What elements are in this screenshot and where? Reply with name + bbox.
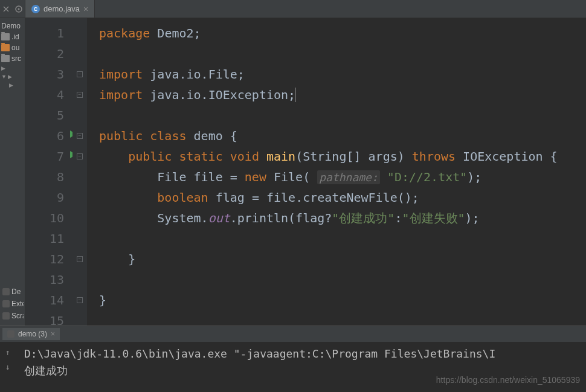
code-line[interactable]: import java.io.File; <box>99 64 586 85</box>
fold-mark: − <box>72 146 87 167</box>
java-file-icon: C <box>31 5 40 13</box>
fold-mark <box>72 228 87 249</box>
console-tab[interactable]: demo (3) × <box>2 328 60 340</box>
project-tree[interactable]: Demo .idousrc ▶ ▼▶ ▶ <box>0 18 25 92</box>
watermark: https://blog.csdn.net/weixin_51065939 <box>436 371 580 388</box>
console-tab-bar: demo (3) × <box>0 326 586 342</box>
code-line[interactable]: public class demo { <box>99 126 586 146</box>
line-number: 12 <box>25 249 64 269</box>
close-tab-icon[interactable]: × <box>83 4 88 14</box>
run-config-icon <box>7 330 14 338</box>
scroll-down-icon[interactable]: ↓ <box>2 359 13 370</box>
code-content[interactable]: package Demo2;import java.io.File;import… <box>87 18 586 326</box>
panel-icon <box>2 288 10 295</box>
fold-toggle-icon[interactable]: − <box>77 297 83 303</box>
tree-root[interactable]: Demo <box>1 21 24 31</box>
line-number: 9 <box>25 187 64 208</box>
panel-icon <box>2 312 10 320</box>
sidebar-bottom: DeExternScratc <box>0 282 25 326</box>
fold-mark: − <box>72 290 87 310</box>
tree-chevron-row[interactable]: ▼▶ <box>1 72 24 81</box>
tree-item[interactable]: ou <box>1 42 24 53</box>
line-number: 8 <box>25 167 64 187</box>
console-tab-label: demo (3) <box>18 330 47 338</box>
fold-toggle-icon[interactable]: − <box>77 256 83 262</box>
line-number: 10 <box>25 208 64 228</box>
fold-mark <box>72 23 87 43</box>
fold-mark <box>72 105 87 126</box>
panel-label: Extern <box>11 300 24 308</box>
line-number: 5 <box>25 105 64 126</box>
fold-toggle-icon[interactable]: − <box>77 92 83 98</box>
code-line[interactable]: System.out.println(flag?"创建成功":"创建失败"); <box>99 208 586 228</box>
close-console-tab-icon[interactable]: × <box>51 330 55 338</box>
code-line[interactable]: File file = new File( pathname: "D://2.t… <box>99 167 586 187</box>
fold-mark <box>72 187 87 208</box>
panel-icon <box>2 300 10 307</box>
folder-icon <box>1 33 10 40</box>
chevron-right-icon: ▶ <box>9 82 14 88</box>
code-line[interactable]: boolean flag = file.createNewFile(); <box>99 187 586 208</box>
line-number: 6 <box>25 126 64 146</box>
scroll-up-icon[interactable]: ↑ <box>2 344 13 355</box>
folder-icon <box>1 44 10 51</box>
code-line[interactable] <box>99 310 586 326</box>
fold-mark <box>72 208 87 228</box>
line-number: 15 <box>25 310 64 326</box>
param-hint: pathname: <box>317 170 380 184</box>
fold-toggle-icon[interactable]: − <box>77 133 83 139</box>
project-sidebar: Demo .idousrc ▶ ▼▶ ▶ DeExternScratc <box>0 0 25 326</box>
console-output[interactable]: ↑ ↓ D:\Java\jdk-11.0.6\bin\java.exe "-ja… <box>0 342 586 392</box>
side-panel-item[interactable]: Scratc <box>1 310 24 322</box>
code-line[interactable]: public static void main(String[] args) t… <box>99 146 586 167</box>
tree-item-label: ou <box>11 43 19 52</box>
code-line[interactable] <box>99 105 586 126</box>
fold-toggle-icon[interactable]: − <box>77 153 83 159</box>
line-number: 4 <box>25 85 64 105</box>
chevron-right-icon: ▶ <box>8 74 13 80</box>
code-line[interactable]: } <box>99 290 586 310</box>
tree-item[interactable]: .id <box>1 31 24 42</box>
tab-filename: demo.java <box>43 4 80 13</box>
tree-chevron-row[interactable]: ▶ <box>1 81 24 89</box>
side-panel-item[interactable]: De <box>1 286 24 298</box>
line-number: 3 <box>25 64 64 85</box>
fold-mark: − <box>72 126 87 146</box>
fold-mark: − <box>72 249 87 269</box>
tree-root-label: Demo <box>1 22 21 30</box>
tree-chevron-row[interactable]: ▶ <box>1 64 24 72</box>
fold-mark <box>72 310 87 326</box>
code-line[interactable]: package Demo2; <box>99 23 586 43</box>
target-icon[interactable] <box>14 4 24 14</box>
side-panel-item[interactable]: Extern <box>1 298 24 310</box>
panel-label: Scratc <box>11 312 24 320</box>
code-line[interactable] <box>99 228 586 249</box>
line-number: 2 <box>25 43 64 64</box>
line-number: 14 <box>25 290 64 310</box>
folder-icon <box>1 55 10 62</box>
svg-point-1 <box>18 8 19 10</box>
tree-item[interactable]: src <box>1 53 24 64</box>
fold-toggle-icon[interactable]: − <box>77 71 83 77</box>
panel-label: De <box>11 288 21 296</box>
sidebar-header <box>0 0 25 18</box>
editor-tab[interactable]: C demo.java × <box>25 0 95 18</box>
code-line[interactable] <box>99 269 586 290</box>
collapse-icon[interactable] <box>1 4 11 14</box>
line-number: 11 <box>25 228 64 249</box>
fold-mark <box>72 43 87 64</box>
line-number: 13 <box>25 269 64 290</box>
code-line[interactable] <box>99 43 586 64</box>
fold-mark <box>72 167 87 187</box>
code-line[interactable]: } <box>99 249 586 269</box>
fold-mark: − <box>72 85 87 105</box>
code-line[interactable]: import java.io.IOException; <box>99 85 586 105</box>
chevron-right-icon: ▶ <box>1 65 6 71</box>
console-panel: demo (3) × ↑ ↓ D:\Java\jdk-11.0.6\bin\ja… <box>0 326 586 392</box>
tree-item-label: .id <box>11 33 19 41</box>
console-line: D:\Java\jdk-11.0.6\bin\java.exe "-javaag… <box>24 345 579 362</box>
fold-mark <box>72 269 87 290</box>
fold-mark: − <box>72 64 87 85</box>
code-editor[interactable]: 123456789101112131415 −−−−−− package Dem… <box>25 18 586 326</box>
text-caret <box>295 88 295 102</box>
